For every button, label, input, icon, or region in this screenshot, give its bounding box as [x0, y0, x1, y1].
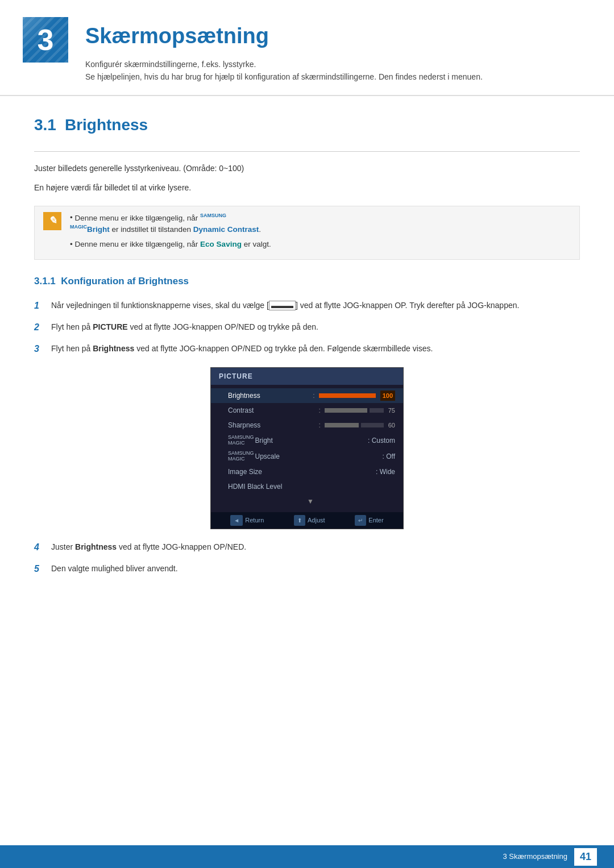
step-3-bold: Brightness — [93, 344, 134, 353]
monitor-footer: ◄ Return ⬆ Adjust ↵ Enter — [211, 512, 403, 529]
menu-label-brightness: Brightness — [228, 391, 313, 401]
menu-value-magic-upscale: : Off — [383, 451, 395, 462]
note-icon: ✎ — [43, 212, 61, 230]
section-31-title: 3.1Brightness — [34, 113, 580, 140]
note2-suffix: er valgt. — [242, 240, 271, 248]
subsection-311-label: Konfiguration af Brightness — [61, 276, 189, 286]
step-1: 1 Når vejledningen til funktionsknappern… — [34, 299, 580, 313]
page-footer-text: 3 Skærmopsætning — [503, 851, 567, 862]
monitor-menu-title: PICTURE — [211, 368, 403, 385]
step-1-text: Når vejledningen til funktionsknapperne … — [51, 299, 580, 312]
bar-value-sharpness: 60 — [388, 421, 395, 430]
bar-filled-brightness — [319, 393, 376, 398]
step-1-number: 1 — [34, 299, 51, 313]
footer-btn-enter: ↵ Enter — [355, 515, 383, 526]
subsection-311-number: 3.1.1 — [34, 276, 56, 286]
note-content: Denne menu er ikke tilgængelig, når SAMS… — [70, 212, 571, 254]
menu-row-contrast: Contrast : 75 — [211, 403, 403, 418]
step-2: 2 Flyt hen på PICTURE ved at flytte JOG-… — [34, 321, 580, 334]
bar-empty-sharpness — [361, 423, 384, 427]
chapter-desc-1: Konfigurér skærmindstillingerne, f.eks. … — [85, 58, 580, 70]
note1-text-before: Denne menu er ikke tilgængelig, når — [74, 213, 200, 222]
step-5: 5 Den valgte mulighed bliver anvendt. — [34, 562, 580, 576]
menu-row-image-size: Image Size : Wide — [211, 464, 403, 479]
menu-bar-brightness: : 100 — [313, 391, 395, 401]
menu-label-sharpness: Sharpness — [228, 420, 318, 430]
bar-empty-contrast — [370, 408, 384, 413]
note2-prefix: Denne menu er ikke tilgængelig, når — [74, 240, 200, 248]
step-3: 3 Flyt hen på Brightness ved at flytte J… — [34, 342, 580, 356]
note1-bright: Bright — [87, 225, 110, 234]
menu-label-contrast: Contrast — [228, 405, 318, 416]
chapter-desc-2: Se hjælpelinjen, hvis du har brug for hj… — [85, 70, 580, 83]
menu-label-hdmi: HDMI Black Level — [228, 481, 395, 492]
section-31-label: Brightness — [65, 116, 148, 134]
enter-label: Enter — [368, 516, 383, 525]
divider — [34, 151, 580, 152]
step-5-text: Den valgte mulighed bliver anvendt. — [51, 562, 580, 575]
menu-row-sharpness: Sharpness : 60 — [211, 418, 403, 433]
note1-suffix: er indstillet til tilstanden — [110, 225, 193, 234]
step-4-text: Juster Brightness ved at flytte JOG-knap… — [51, 541, 580, 553]
bar-filled-sharpness — [325, 423, 359, 427]
body-text-1: Juster billedets generelle lysstyrkenive… — [34, 162, 580, 175]
menu-value-magic-bright: : Custom — [368, 435, 395, 446]
chapter-header: 3 Skærmopsætning Konfigurér skærmindstil… — [0, 0, 614, 96]
bar-filled-contrast — [325, 408, 367, 413]
menu-label-magic-bright: SAMSUNGMAGIC Bright — [228, 435, 368, 446]
footer-btn-adjust: ⬆ Adjust — [294, 515, 325, 526]
menu-row-hdmi: HDMI Black Level — [211, 479, 403, 494]
step-4-bold: Brightness — [75, 542, 117, 551]
body-text-2: En højere værdi får billedet til at virk… — [34, 181, 580, 194]
monitor-menu-screenshot: PICTURE Brightness : 100 Contrast : — [210, 367, 404, 529]
down-arrow: ▼ — [307, 496, 314, 506]
note-box: ✎ Denne menu er ikke tilgængelig, når SA… — [34, 206, 580, 260]
note2-eco: Eco Saving — [200, 240, 242, 248]
step-4-number: 4 — [34, 541, 51, 554]
menu-row-magic-bright: SAMSUNGMAGIC Bright : Custom — [211, 433, 403, 448]
menu-bar-contrast: : 75 — [318, 405, 395, 416]
footer-btn-return: ◄ Return — [230, 515, 264, 526]
step-4: 4 Juster Brightness ved at flytte JOG-kn… — [34, 541, 580, 554]
page-number: 41 — [574, 848, 597, 866]
step-3-text: Flyt hen på Brightness ved at flytte JOG… — [51, 342, 580, 355]
chapter-number: 3 — [38, 18, 54, 62]
steps-list: 1 Når vejledningen til funktionsknappern… — [34, 299, 580, 356]
note1-contrast: Dynamic Contrast — [193, 225, 259, 234]
chapter-number-box: 3 — [23, 17, 68, 63]
step-3-number: 3 — [34, 342, 51, 356]
bar-value-contrast: 75 — [388, 406, 395, 416]
enter-icon: ↵ — [355, 515, 366, 526]
section-31-number: 3.1 — [34, 116, 56, 134]
step-2-number: 2 — [34, 321, 51, 334]
return-icon: ◄ — [230, 515, 243, 526]
main-content: 3.1Brightness Juster billedets generelle… — [0, 102, 614, 610]
chapter-title: Skærmopsætning — [85, 20, 580, 52]
step-2-text: Flyt hen på PICTURE ved at flytte JOG-kn… — [51, 321, 580, 333]
adjust-label: Adjust — [308, 516, 325, 525]
menu-row-brightness: Brightness : 100 — [211, 388, 403, 404]
chapter-title-block: Skærmopsætning Konfigurér skærmindstilli… — [85, 17, 580, 84]
page-footer: 3 Skærmopsætning 41 — [0, 845, 614, 868]
adjust-icon: ⬆ — [294, 515, 305, 526]
note1-end: . — [259, 225, 261, 234]
step-2-bold: PICTURE — [93, 322, 127, 331]
note-item-1: Denne menu er ikke tilgængelig, når SAMS… — [70, 212, 571, 236]
menu-row-more: ▼ — [211, 494, 403, 509]
return-label: Return — [245, 516, 264, 525]
menu-row-magic-upscale: SAMSUNGMAGIC Upscale : Off — [211, 448, 403, 464]
bar-value-brightness: 100 — [380, 391, 395, 401]
step-5-number: 5 — [34, 562, 51, 576]
menu-bar-sharpness: : 60 — [318, 420, 395, 430]
steps-list-2: 4 Juster Brightness ved at flytte JOG-kn… — [34, 541, 580, 576]
section-31: 3.1Brightness Juster billedets generelle… — [34, 113, 580, 576]
menu-label-magic-upscale: SAMSUNGMAGIC Upscale — [228, 451, 383, 462]
menu-label-image-size: Image Size — [228, 467, 376, 477]
monitor-menu-body: Brightness : 100 Contrast : 75 — [211, 385, 403, 511]
menu-value-image-size: : Wide — [376, 467, 395, 477]
note-item-2: Denne menu er ikke tilgængelig, når Eco … — [70, 239, 571, 250]
subsection-311-title: 3.1.1 Konfiguration af Brightness — [34, 274, 580, 289]
